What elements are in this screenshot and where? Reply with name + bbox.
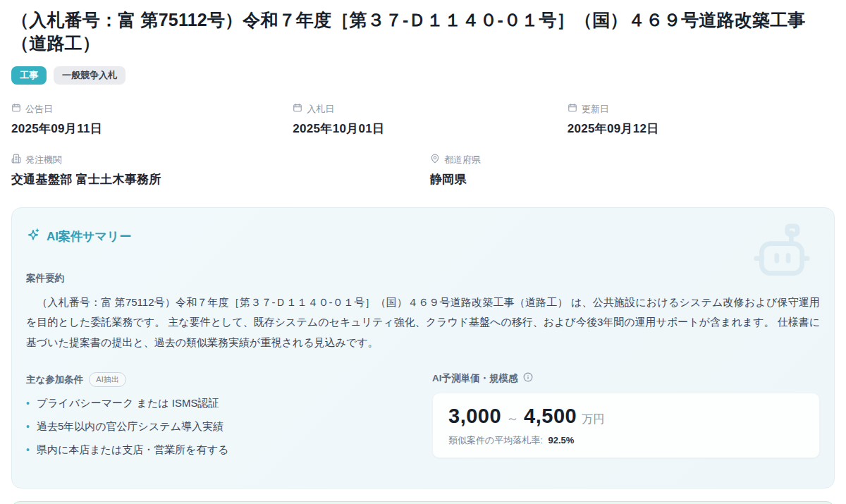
prefecture-field: 都道府県 静岡県	[423, 154, 835, 188]
prefecture-label: 都道府県	[444, 154, 481, 166]
bullet-dot: •	[26, 421, 30, 432]
price-min: 3,000	[448, 405, 501, 428]
bid-date-value: 2025年10月01日	[293, 121, 560, 137]
estimate-section: AI予測単価・規模感 3,000 ～ 4,500 万円 類似案件の平均落札率: …	[432, 372, 820, 458]
bullet-dot: •	[26, 444, 30, 455]
agency-label: 発注機関	[25, 154, 62, 166]
condition-text: 県内に本店または支店・営業所を有する	[37, 443, 228, 457]
condition-item: • 過去5年以内の官公庁システム導入実績	[26, 420, 414, 434]
condition-item: • 県内に本店または支店・営業所を有する	[26, 443, 414, 457]
calendar-icon	[568, 103, 577, 115]
price-unit: 万円	[582, 412, 604, 427]
announce-date-value: 2025年09月11日	[11, 121, 286, 137]
conditions-label: 主な参加条件	[26, 374, 83, 386]
ai-summary-card: AI案件サマリー 案件要約 （入札番号：富 第75112号）令和７年度［第３７-…	[11, 207, 835, 489]
prefecture-value: 静岡県	[430, 171, 835, 188]
condition-item: • プライバシーマーク または ISMS認証	[26, 397, 414, 410]
meta-section: 公告日 2025年09月11日 入札日 2025年10月01日 更新日 2025…	[11, 103, 835, 188]
estimate-label: AI予測単価・規模感	[432, 372, 518, 385]
announce-date-field: 公告日 2025年09月11日	[11, 103, 286, 137]
update-date-value: 2025年09月12日	[568, 121, 835, 137]
summary-text: （入札番号：富 第75112号）令和７年度［第３７-Ｄ１１４０-０１号］（国）４…	[26, 293, 820, 353]
agency-field: 発注機関 交通基盤部 富士土木事務所	[11, 154, 423, 188]
ai-summary-title: AI案件サマリー	[47, 228, 131, 245]
price-separator: ～	[506, 410, 519, 427]
update-date-label: 更新日	[582, 103, 609, 116]
ai-extract-badge: AI抽出	[89, 372, 125, 387]
eligibility-banner: 参加可能 全ての必須要件を満たしており、参加可能です。 確認事項: 最新の納税証…	[11, 501, 835, 504]
badge-row: 工事 一般競争入札	[11, 66, 835, 85]
sparkles-icon	[26, 228, 40, 245]
info-icon[interactable]	[523, 372, 533, 385]
announce-date-label: 公告日	[25, 103, 53, 116]
agency-value: 交通基盤部 富士土木事務所	[11, 171, 423, 188]
estimate-box: 3,000 ～ 4,500 万円 類似案件の平均落札率: 92.5%	[432, 393, 820, 458]
rate-value: 92.5%	[548, 435, 575, 445]
conditions-list: • プライバシーマーク または ISMS認証 • 過去5年以内の官公庁システム導…	[26, 397, 414, 457]
rate-label: 類似案件の平均落札率:	[448, 435, 543, 445]
bid-method-badge: 一般競争入札	[54, 66, 125, 85]
summary-section-label: 案件要約	[26, 272, 820, 285]
calendar-icon	[293, 103, 302, 115]
bid-date-field: 入札日 2025年10月01日	[286, 103, 560, 137]
bullet-dot: •	[26, 398, 30, 409]
condition-text: 過去5年以内の官公庁システム導入実績	[37, 420, 223, 434]
price-max: 4,500	[524, 405, 577, 428]
category-badge: 工事	[11, 66, 47, 85]
calendar-icon	[11, 103, 21, 115]
bid-date-label: 入札日	[307, 103, 334, 116]
building-icon	[11, 154, 21, 166]
condition-text: プライバシーマーク または ISMS認証	[37, 397, 219, 410]
page-title: （入札番号：富 第75112号）令和７年度［第３７-Ｄ１１４０-０１号］（国）４…	[11, 7, 835, 54]
map-pin-icon	[430, 154, 440, 166]
ai-summary-header: AI案件サマリー	[26, 228, 820, 245]
update-date-field: 更新日 2025年09月12日	[560, 103, 835, 137]
conditions-section: 主な参加条件 AI抽出 • プライバシーマーク または ISMS認証 • 過去5…	[26, 372, 414, 467]
